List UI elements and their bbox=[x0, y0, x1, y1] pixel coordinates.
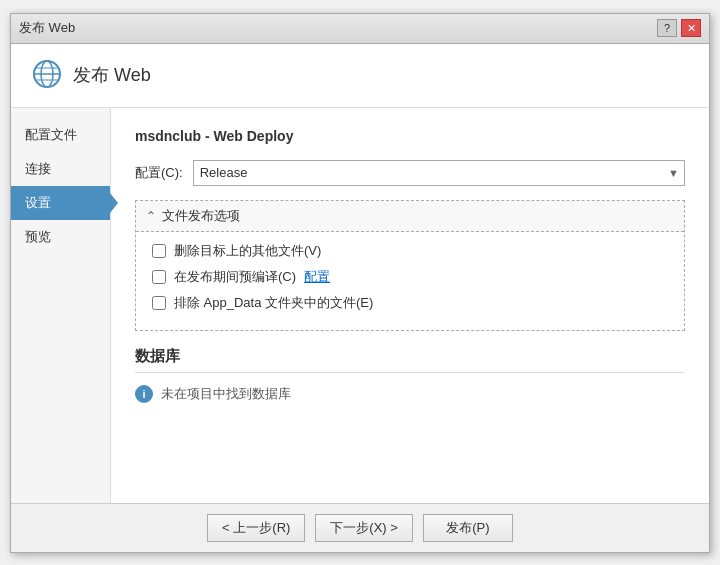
dialog-header-title: 发布 Web bbox=[73, 63, 151, 87]
checkbox-row-delete: 删除目标上的其他文件(V) bbox=[152, 242, 668, 260]
next-button[interactable]: 下一步(X) > bbox=[315, 514, 413, 542]
config-label: 配置(C): bbox=[135, 164, 183, 182]
sidebar-item-preview[interactable]: 预览 bbox=[11, 220, 110, 254]
config-link[interactable]: 配置 bbox=[304, 268, 330, 286]
label-precompile: 在发布期间预编译(C) bbox=[174, 268, 296, 286]
sidebar-item-label: 预览 bbox=[25, 229, 51, 244]
checkbox-exclude-appdata[interactable] bbox=[152, 296, 166, 310]
globe-icon bbox=[31, 58, 63, 93]
sidebar-item-label: 连接 bbox=[25, 161, 51, 176]
checkbox-row-precompile: 在发布期间预编译(C) 配置 bbox=[152, 268, 668, 286]
database-title: 数据库 bbox=[135, 347, 685, 373]
help-button[interactable]: ? bbox=[657, 19, 677, 37]
section-title: msdnclub - Web Deploy bbox=[135, 128, 685, 144]
file-publish-section: ⌃ 文件发布选项 删除目标上的其他文件(V) 在发布期间预编译(C) 配置 bbox=[135, 200, 685, 331]
checkbox-row-exclude: 排除 App_Data 文件夹中的文件(E) bbox=[152, 294, 668, 312]
checkbox-delete-other[interactable] bbox=[152, 244, 166, 258]
sidebar-item-connection[interactable]: 连接 bbox=[11, 152, 110, 186]
config-select-wrapper: Debug Release ▼ bbox=[193, 160, 685, 186]
database-section: 数据库 i 未在项目中找到数据库 bbox=[135, 347, 685, 403]
label-exclude-appdata: 排除 App_Data 文件夹中的文件(E) bbox=[174, 294, 373, 312]
config-row: 配置(C): Debug Release ▼ bbox=[135, 160, 685, 186]
back-button[interactable]: < 上一步(R) bbox=[207, 514, 305, 542]
database-info: i 未在项目中找到数据库 bbox=[135, 385, 685, 403]
info-icon: i bbox=[135, 385, 153, 403]
config-select[interactable]: Debug Release bbox=[193, 160, 685, 186]
publish-web-dialog: 发布 Web ? ✕ 发布 Web 配置文件 连接 bbox=[10, 13, 710, 553]
dialog-header: 发布 Web bbox=[11, 44, 709, 108]
dialog-body: 配置文件 连接 设置 预览 msdnclub - Web Deploy 配置(C… bbox=[11, 108, 709, 503]
title-bar-buttons: ? ✕ bbox=[657, 19, 701, 37]
sidebar: 配置文件 连接 设置 预览 bbox=[11, 108, 111, 503]
close-button[interactable]: ✕ bbox=[681, 19, 701, 37]
title-bar: 发布 Web ? ✕ bbox=[11, 14, 709, 44]
title-bar-text: 发布 Web bbox=[19, 19, 75, 37]
label-delete-other: 删除目标上的其他文件(V) bbox=[174, 242, 321, 260]
sidebar-item-label: 配置文件 bbox=[25, 127, 77, 142]
sidebar-item-settings[interactable]: 设置 bbox=[11, 186, 110, 220]
sidebar-item-profile[interactable]: 配置文件 bbox=[11, 118, 110, 152]
file-publish-title: 文件发布选项 bbox=[162, 207, 240, 225]
collapse-icon: ⌃ bbox=[146, 209, 156, 223]
collapsible-body: 删除目标上的其他文件(V) 在发布期间预编译(C) 配置 排除 App_Data… bbox=[136, 232, 684, 330]
checkbox-precompile[interactable] bbox=[152, 270, 166, 284]
collapsible-header[interactable]: ⌃ 文件发布选项 bbox=[136, 201, 684, 232]
database-info-text: 未在项目中找到数据库 bbox=[161, 385, 291, 403]
publish-button[interactable]: 发布(P) bbox=[423, 514, 513, 542]
sidebar-item-label: 设置 bbox=[25, 195, 51, 210]
main-content: msdnclub - Web Deploy 配置(C): Debug Relea… bbox=[111, 108, 709, 503]
dialog-footer: < 上一步(R) 下一步(X) > 发布(P) bbox=[11, 503, 709, 552]
